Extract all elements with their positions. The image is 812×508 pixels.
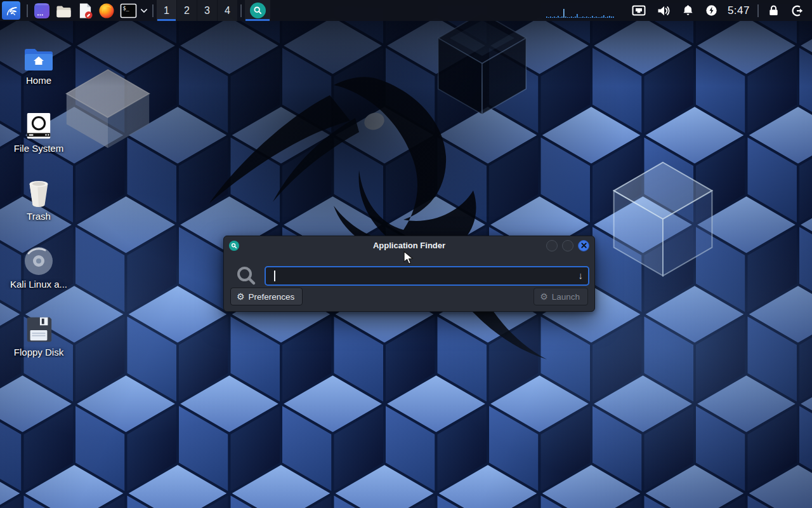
chevron-down-icon: [140, 8, 148, 14]
maximize-button[interactable]: [562, 240, 573, 251]
notifications-tray-button[interactable]: [682, 4, 694, 17]
network-tray-button[interactable]: [632, 5, 646, 16]
gear-icon: ⚙: [237, 292, 245, 301]
workspace-2[interactable]: 2: [177, 0, 197, 21]
launcher-firefox[interactable]: [96, 0, 117, 21]
panel-separator: [152, 4, 154, 17]
workspace-label: 2: [184, 5, 190, 17]
taskbar-application-finder[interactable]: [245, 0, 270, 21]
launcher-text-editor[interactable]: [74, 0, 96, 21]
launcher-terminal[interactable]: $_: [117, 0, 139, 21]
workspace-3[interactable]: 3: [197, 0, 217, 21]
kali-menu-button[interactable]: [2, 1, 20, 20]
power-battery-icon: [705, 4, 717, 17]
logout-icon: [791, 4, 804, 17]
home-folder-icon: [1, 37, 76, 72]
folder-icon: [55, 3, 72, 18]
trash-bin-icon: [1, 173, 76, 208]
desktop-icon-floppy-disk[interactable]: Floppy Disk: [1, 309, 76, 358]
launcher-purple-app[interactable]: [31, 0, 53, 21]
desktop-icon-label: Home: [1, 75, 76, 86]
network-icon: [632, 5, 646, 16]
panel-separator: [757, 4, 759, 17]
bell-icon: [682, 4, 694, 17]
application-finder-window: Application Finder ↓: [223, 236, 595, 312]
desktop: $_ 1 2 3 4: [0, 0, 812, 508]
cpu-graph: [546, 0, 616, 21]
launch-button[interactable]: ⚙ Launch: [534, 288, 588, 305]
speaker-volume-icon: [657, 5, 671, 17]
window-icon: [229, 241, 239, 251]
workspace-4[interactable]: 4: [218, 0, 237, 21]
search-row: ↓: [224, 262, 594, 290]
logout-button[interactable]: [791, 4, 804, 17]
desktop-icon-trash[interactable]: Trash: [1, 173, 76, 222]
purple-app-icon: [34, 3, 50, 19]
application-finder-task-icon: [250, 3, 266, 18]
desktop-icon-label: Kali Linux a...: [1, 279, 76, 290]
floppy-disk-icon: [1, 309, 76, 344]
launch-button-label: Launch: [552, 292, 580, 302]
desktop-icon-label: File System: [1, 143, 76, 154]
actions-row: ⚙ Preferences ⚙ Launch: [230, 288, 588, 305]
panel-separator: [27, 4, 28, 17]
terminal-dropdown-chevron[interactable]: [139, 0, 149, 21]
search-input-wrapper: ↓: [265, 266, 589, 286]
preferences-button[interactable]: ⚙ Preferences: [230, 288, 303, 305]
preferences-button-label: Preferences: [249, 292, 295, 302]
text-editor-icon: [77, 3, 93, 19]
workspace-label: 1: [164, 5, 169, 17]
file-system-drive-icon: [1, 105, 76, 140]
kali-dragon-icon: [4, 3, 19, 18]
terminal-prompt-glyph: $_: [122, 4, 129, 11]
text-caret: [274, 271, 275, 281]
titlebar[interactable]: Application Finder: [224, 236, 594, 255]
launcher-file-manager[interactable]: [53, 0, 74, 21]
dropdown-arrow-icon[interactable]: ↓: [579, 270, 584, 281]
panel-separator: [240, 4, 242, 17]
workspace-label: 3: [204, 5, 210, 17]
close-button[interactable]: [578, 240, 589, 251]
desktop-icon-label: Trash: [1, 211, 76, 222]
desktop-icon-file-system[interactable]: File System: [1, 105, 76, 154]
workspace-label: 4: [225, 5, 230, 17]
magnifier-icon: [253, 6, 263, 15]
window-title: Application Finder: [224, 241, 594, 250]
minimize-button[interactable]: [546, 240, 558, 251]
desktop-icon-home[interactable]: Home: [1, 37, 76, 86]
active-workspace-underline: [157, 19, 176, 21]
workspace-1[interactable]: 1: [157, 0, 176, 21]
launch-gear-icon: ⚙: [540, 292, 548, 301]
magnifier-icon: [231, 243, 237, 249]
firefox-icon: [98, 3, 115, 19]
search-icon: [236, 265, 257, 286]
top-panel: $_ 1 2 3 4: [0, 0, 812, 21]
active-task-underline: [246, 19, 270, 21]
search-input[interactable]: [266, 267, 588, 284]
desktop-icon-label: Floppy Disk: [1, 347, 76, 358]
volume-tray-button[interactable]: [657, 5, 671, 17]
clock[interactable]: 5:47: [728, 4, 750, 17]
power-manager-tray-button[interactable]: [705, 4, 717, 17]
close-icon: [581, 243, 587, 248]
desktop-icon-kali-linux[interactable]: Kali Linux a...: [1, 241, 76, 290]
terminal-icon: $_: [120, 3, 137, 18]
lock-screen-button[interactable]: [768, 4, 780, 17]
kali-disc-icon: [1, 241, 76, 276]
lock-icon: [768, 4, 780, 17]
